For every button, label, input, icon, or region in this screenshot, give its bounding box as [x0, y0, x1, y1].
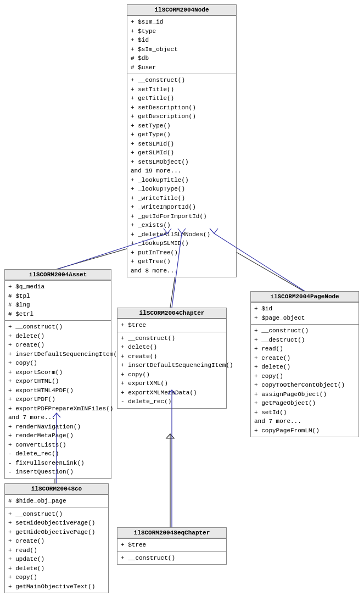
class-ilSCORM2004SeqChapter: ilSCORM2004SeqChapter + $tree + __constr… [117, 527, 227, 565]
class-attrs-ilSCORM2004Sco: # $hide_obj_page [5, 494, 108, 508]
class-title-ilSCORM2004PageNode: ilSCORM2004PageNode [251, 292, 359, 302]
class-title-ilSCORM2004SeqChapter: ilSCORM2004SeqChapter [117, 528, 226, 538]
class-title-ilSCORM2004Node: ilSCORM2004Node [127, 5, 236, 15]
class-ilSCORM2004Asset: ilSCORM2004Asset + $q_media # $tpl # $ln… [4, 269, 111, 479]
class-ilSCORM2004Sco: ilSCORM2004Sco # $hide_obj_page + __cons… [4, 483, 109, 593]
class-attrs-ilSCORM2004PageNode: + $id + $page_object [251, 302, 359, 324]
diagram-container: ilSCORM2004Node + $sIm_id + $type + $id … [0, 0, 364, 613]
class-attrs-ilSCORM2004SeqChapter: + $tree [117, 538, 226, 551]
class-title-ilSCORM2004Chapter: ilSCORM2004Chapter [117, 308, 226, 319]
class-ilSCORM2004Chapter: ilSCORM2004Chapter + $tree + __construct… [117, 308, 227, 409]
class-attrs-ilSCORM2004Node: + $sIm_id + $type + $id + $sIm_object # … [127, 15, 236, 74]
class-methods-ilSCORM2004SeqChapter: + __construct() [117, 551, 226, 565]
class-ilSCORM2004Node: ilSCORM2004Node + $sIm_id + $type + $id … [127, 4, 237, 277]
class-methods-ilSCORM2004Sco: + __construct() + setHideObjectivePage()… [5, 508, 108, 593]
class-attrs-ilSCORM2004Chapter: + $tree [117, 319, 226, 332]
class-attrs-ilSCORM2004Asset: + $q_media # $tpl # $lng # $ctrl [5, 280, 111, 320]
class-methods-ilSCORM2004PageNode: + __construct() + __destruct() + read() … [251, 324, 359, 437]
class-title-ilSCORM2004Sco: ilSCORM2004Sco [5, 484, 108, 494]
class-methods-ilSCORM2004Chapter: + __construct() + delete() + create() + … [117, 332, 226, 408]
class-ilSCORM2004PageNode: ilSCORM2004PageNode + $id + $page_object… [250, 291, 359, 437]
class-methods-ilSCORM2004Node: + __construct() + setTitle() + getTitle(… [127, 74, 236, 277]
class-title-ilSCORM2004Asset: ilSCORM2004Asset [5, 270, 111, 280]
svg-marker-9 [166, 434, 174, 438]
class-methods-ilSCORM2004Asset: + __construct() + delete() + create() + … [5, 320, 111, 478]
